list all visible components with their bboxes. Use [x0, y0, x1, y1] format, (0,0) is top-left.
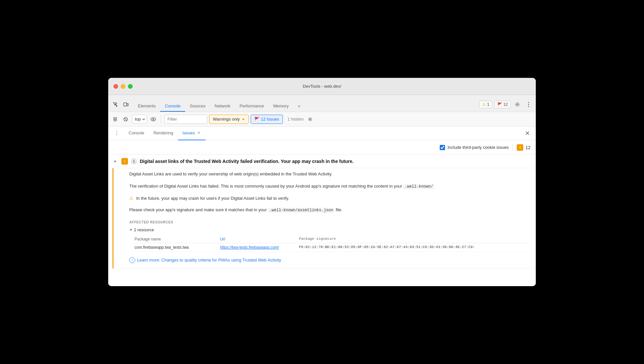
col-header-signature: Package signature [299, 237, 531, 241]
tab-network[interactable]: Network [210, 101, 235, 112]
warning-icon: ⚠ [482, 102, 486, 107]
device-toggle-button[interactable] [121, 100, 131, 109]
filter-input[interactable] [164, 115, 207, 124]
context-label: top [135, 117, 141, 122]
resource-table: Package name Url Package signature com.f… [135, 236, 531, 252]
resource-toggle-label: 1 resource [134, 227, 154, 232]
col-header-package: Package name [135, 237, 220, 241]
issue-warning-inline: ⚠ In the future, your app may crash for … [129, 193, 531, 204]
warning-triangle-icon: ⚠ [129, 195, 134, 201]
issues-badge-button[interactable]: 🚩 12 [494, 101, 511, 108]
code-assetlinks: .well-known/assetlinks.json [268, 208, 334, 213]
eye-icon-button[interactable] [149, 115, 158, 124]
col-header-url: Url [220, 237, 299, 241]
console-toolbar: top Warnings only 🚩 12 Issues 1 hidden [108, 112, 536, 126]
issues-tab-close-icon[interactable]: ✕ [197, 130, 201, 136]
affected-resources-section: AFFECTED RESOURCES ▼ 1 resource Package … [129, 220, 531, 252]
warnings-only-label: Warnings only [213, 117, 240, 122]
issue-warning-badge: ! [121, 158, 128, 165]
panel-menu-icon[interactable]: ⋮ [112, 129, 121, 138]
context-selector[interactable]: top [132, 115, 147, 124]
issues-badge-label: 12 Issues [261, 117, 279, 122]
issues-total-count: ! 12 [517, 144, 531, 151]
maximize-button[interactable] [128, 84, 133, 89]
clear-console-button[interactable] [111, 115, 119, 124]
issue-count: 1 [133, 159, 135, 163]
hidden-count-label: 1 hidden [287, 117, 304, 122]
learn-more-link[interactable]: i Learn more: Changes to quality criteri… [129, 257, 531, 263]
svg-point-2 [517, 104, 518, 105]
issue-body: Digital Asset Links are used to verify y… [112, 168, 536, 268]
issues-flag-icon: 🚩 [497, 102, 502, 107]
cell-package-name: com.firebaseapp.twa_tests.twa [135, 245, 220, 250]
minimize-button[interactable] [121, 84, 125, 89]
title-bar: DevTools - web.dev/ [108, 78, 536, 95]
warning-badge-icon: ! [517, 144, 523, 151]
inspect-element-button[interactable] [111, 100, 120, 109]
issue-item: ▼ ! 1 Digital asset links of the Trusted… [108, 155, 536, 269]
resource-toggle[interactable]: ▼ 1 resource [129, 226, 531, 234]
more-options-button[interactable] [524, 100, 533, 109]
issues-panel-header: Include third-party cookie issues ! 12 [108, 140, 536, 155]
issues-panel-badge[interactable]: 🚩 12 Issues [251, 115, 283, 124]
issues-total-number: 12 [525, 145, 531, 150]
tab-panel-rendering[interactable]: Rendering [149, 126, 178, 140]
affected-resources-label: AFFECTED RESOURCES [129, 220, 531, 224]
warnings-badge-button[interactable]: ⚠ 1 [479, 101, 492, 108]
console-settings-button[interactable] [306, 115, 314, 124]
issue-chevron-icon: ▼ [113, 160, 119, 163]
warnings-count: 1 [487, 102, 489, 107]
traffic-lights [113, 84, 133, 89]
svg-point-3 [528, 102, 529, 103]
warnings-only-button[interactable]: Warnings only [209, 115, 249, 124]
panel-tab-bar: ⋮ Console Rendering Issues ✕ ✕ [108, 126, 536, 140]
third-party-cookie-checkbox-wrap[interactable]: Include third-party cookie issues [440, 145, 509, 150]
cell-signature: F6:01:12:78:BD:E1:88:52:D5:0F:05:2A:5E:6… [299, 245, 531, 250]
tab-panel-console[interactable]: Console [124, 126, 149, 140]
issue-description-2: The verification of Digital Asset Links … [129, 180, 531, 193]
settings-button[interactable] [513, 100, 522, 109]
tab-more[interactable]: » [293, 101, 305, 112]
devtools-right-badges: ⚠ 1 🚩 12 [479, 100, 533, 112]
devtools-tab-bar: Elements Console Sources Network Perform… [108, 95, 536, 112]
tab-memory[interactable]: Memory [269, 101, 293, 112]
tab-console[interactable]: Console [160, 101, 185, 112]
learn-more-label: Learn more: Changes to quality criteria … [137, 258, 281, 262]
panel-close-button[interactable]: ✕ [523, 129, 532, 138]
third-party-cookie-checkbox[interactable] [440, 145, 445, 150]
issue-description-3: Please check your app's signature and ma… [129, 204, 531, 216]
third-party-cookie-label: Include third-party cookie issues [448, 145, 509, 150]
issue-description-1: Digital Asset Links are used to verify y… [129, 168, 531, 180]
devtools-left-icons [111, 100, 131, 112]
issues-flag-icon-sm: 🚩 [254, 117, 260, 122]
devtools-window: DevTools - web.dev/ Elements Console Sou… [108, 78, 536, 286]
tab-sources[interactable]: Sources [185, 101, 210, 112]
warnings-dropdown-icon [242, 118, 245, 121]
svg-point-4 [528, 104, 529, 105]
resource-chevron-icon: ▼ [129, 228, 133, 232]
issues-count: 12 [504, 102, 508, 107]
issues-header-separator [512, 144, 513, 151]
tab-panel-issues[interactable]: Issues ✕ [178, 126, 206, 140]
issues-main-content: ▼ ! 1 Digital asset links of the Trusted… [108, 155, 536, 286]
table-row: com.firebaseapp.twa_tests.twa https://tw… [135, 243, 531, 252]
svg-point-5 [528, 106, 529, 107]
issue-header[interactable]: ▼ ! 1 Digital asset links of the Trusted… [108, 155, 536, 168]
svg-rect-1 [127, 103, 128, 106]
issue-count-circle: 1 [131, 158, 137, 165]
tab-performance[interactable]: Performance [235, 101, 268, 112]
tab-elements[interactable]: Elements [133, 101, 160, 112]
svg-rect-0 [124, 103, 127, 106]
resource-table-header: Package name Url Package signature [135, 236, 531, 243]
close-button[interactable] [113, 84, 118, 89]
code-wellknown: .well-known/ [403, 184, 434, 189]
block-icon-button[interactable] [121, 115, 130, 124]
cell-url[interactable]: https://twa-tests.firebaseapp.com/ [220, 245, 299, 250]
svg-point-11 [151, 118, 156, 121]
svg-point-13 [310, 119, 311, 120]
svg-point-12 [153, 119, 154, 120]
issue-warning-inline-text: In the future, your app may crash for us… [136, 195, 289, 202]
learn-more-icon: i [129, 257, 135, 263]
chevron-down-icon [142, 118, 145, 121]
toolbar-divider [161, 115, 161, 123]
